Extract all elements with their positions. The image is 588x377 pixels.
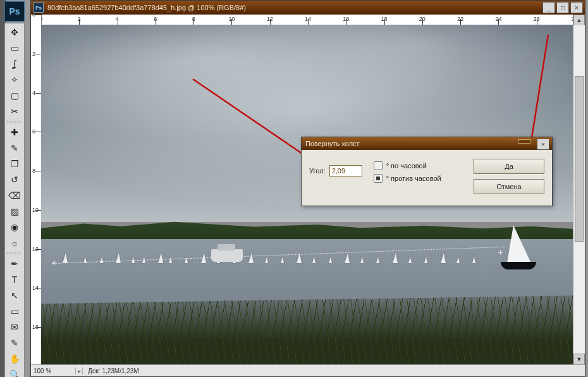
brush-tool[interactable]: ✎ [7, 140, 22, 156]
window-close-button[interactable]: × [570, 2, 583, 13]
zoom-tool[interactable]: 🔍 [7, 367, 22, 377]
clone-stamp-tool[interactable]: ❐ [7, 156, 22, 171]
window-minimize-button[interactable]: _ [542, 2, 555, 13]
radio-clockwise-label: ° по часовой [386, 162, 427, 170]
document-title: 80dfcb3ba81a652927b40ddf3a778d45_h.jpg @… [47, 4, 246, 11]
measure-point-start[interactable]: + [52, 259, 58, 266]
tools-palette: ✥▭ʆ✧▢✂✚✎❐↺⌫▨◉☼✒T↖▭✉✎✋🔍 [4, 23, 25, 377]
path-select-tool[interactable]: ↖ [7, 288, 22, 303]
zoom-level[interactable]: 100 % [31, 368, 76, 374]
hand-tool[interactable]: ✋ [7, 351, 22, 366]
document-titlebar[interactable]: Ps 80dfcb3ba81a652927b40ddf3a778d45_h.jp… [31, 1, 585, 15]
ruler-vertical[interactable]: 024681012141618 [31, 15, 42, 365]
vertical-scrollbar[interactable]: ▲ ▼ [573, 15, 585, 365]
radio-clockwise[interactable]: ° по часовой [374, 161, 441, 170]
radio-counterclockwise-indicator [374, 174, 383, 183]
healing-brush-tool[interactable]: ✚ [7, 125, 22, 140]
status-bar: 100 % ▸ Док: 1,23M/1,23M [31, 364, 585, 376]
scroll-track[interactable] [573, 25, 585, 354]
crop-tool[interactable]: ▢ [7, 88, 22, 103]
scroll-up-button[interactable]: ▲ [573, 15, 585, 26]
shape-tool[interactable]: ▭ [7, 304, 22, 319]
pen-tool[interactable]: ✒ [7, 256, 22, 271]
tool-separator [7, 121, 22, 123]
lasso-tool[interactable]: ʆ [7, 56, 22, 71]
angle-label: Угол: [309, 167, 326, 175]
scroll-thumb[interactable] [575, 76, 584, 242]
type-tool[interactable]: T [7, 272, 22, 287]
blur-tool[interactable]: ◉ [7, 219, 22, 235]
dialog-minimize-button[interactable] [518, 139, 530, 144]
notes-tool[interactable]: ✉ [7, 319, 22, 335]
document-size: Док: 1,23M/1,23M [83, 368, 144, 374]
window-maximize-button[interactable]: □ [556, 2, 569, 13]
scroll-down-button[interactable]: ▼ [573, 354, 585, 365]
radio-clockwise-indicator [374, 161, 383, 170]
angle-input[interactable] [329, 165, 362, 176]
eyedropper-tool[interactable]: ✎ [7, 335, 22, 350]
marquee-tool[interactable]: ▭ [7, 40, 22, 56]
move-tool[interactable]: ✥ [7, 25, 22, 40]
measure-point-end[interactable]: + [498, 249, 505, 256]
ok-button[interactable]: Да [474, 159, 544, 174]
cancel-button[interactable]: Отмена [474, 179, 544, 194]
rotate-canvas-dialog: Повернуть холст × Угол: ° по часовой ° п… [301, 137, 553, 206]
photo-sailboats [41, 236, 573, 270]
dodge-tool[interactable]: ☼ [7, 235, 22, 250]
radio-counterclockwise[interactable]: ° против часовой [374, 174, 441, 183]
status-divider[interactable]: ▸ [76, 368, 83, 374]
app-logo: Ps [4, 1, 25, 22]
radio-counterclockwise-label: ° против часовой [386, 175, 441, 182]
ruler-horizontal[interactable]: 0246810121416182022242628 [41, 15, 573, 25]
dialog-title: Повернуть холст [305, 140, 360, 147]
slice-tool[interactable]: ✂ [7, 104, 22, 119]
eraser-tool[interactable]: ⌫ [7, 188, 22, 203]
dialog-titlebar[interactable]: Повернуть холст × [302, 137, 552, 150]
dialog-close-button[interactable]: × [537, 139, 549, 150]
tool-separator [7, 252, 22, 254]
photo-motorboat [211, 249, 243, 262]
magic-wand-tool[interactable]: ✧ [7, 72, 22, 87]
gradient-tool[interactable]: ▨ [7, 204, 22, 219]
history-brush-tool[interactable]: ↺ [7, 172, 22, 187]
